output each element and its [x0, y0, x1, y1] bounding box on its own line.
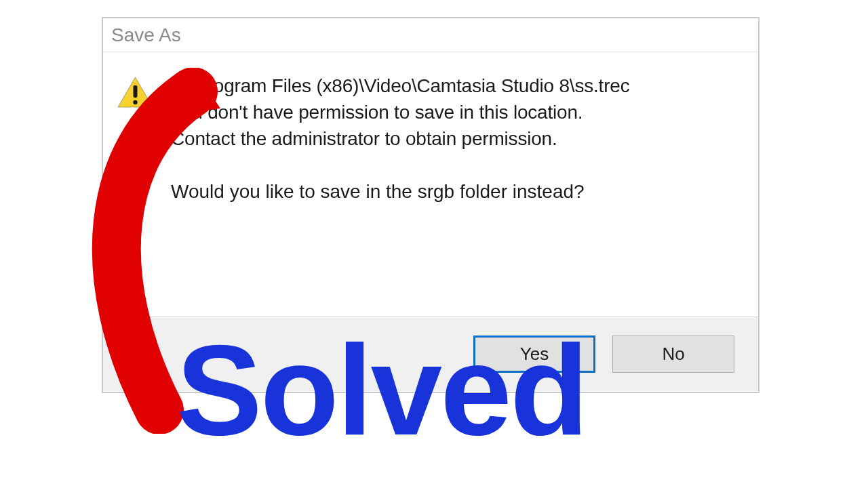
dialog-title: Save As — [111, 24, 181, 46]
svg-point-2 — [133, 100, 137, 104]
dialog-titlebar[interactable]: Save As — [103, 18, 758, 52]
no-button[interactable]: No — [612, 336, 734, 373]
message-line3: Contact the administrator to obtain perm… — [171, 125, 745, 152]
yes-button[interactable]: Yes — [473, 336, 595, 373]
svg-rect-1 — [134, 85, 138, 98]
icon-column — [117, 73, 164, 111]
warning-icon — [117, 76, 154, 108]
save-as-dialog: Save As C:\Program Files (x86)\Video\Cam… — [102, 17, 760, 393]
message-path: C:\Program Files (x86)\Video\Camtasia St… — [171, 73, 745, 99]
message-line2: You don't have permission to save in thi… — [171, 99, 745, 125]
message-question: Would you like to save in the srgb folde… — [171, 178, 745, 205]
dialog-body: C:\Program Files (x86)\Video\Camtasia St… — [103, 52, 758, 317]
dialog-button-bar: Yes No — [103, 317, 758, 391]
message-column: C:\Program Files (x86)\Video\Camtasia St… — [164, 73, 745, 205]
